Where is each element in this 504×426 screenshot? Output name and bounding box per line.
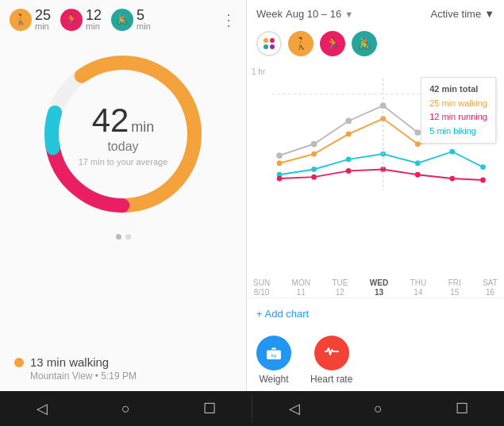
svg-point-17 — [311, 152, 317, 157]
back-button-right[interactable]: ◁ — [280, 394, 309, 423]
donut-today: today — [79, 140, 168, 154]
hr-label: 1 hr — [252, 67, 265, 76]
biking-badge[interactable]: 🚴 5 min — [111, 8, 151, 31]
running-minutes: 12 — [86, 8, 102, 22]
tooltip-walking: 25 min walking — [429, 97, 487, 111]
weight-card[interactable]: kg Weight — [256, 336, 291, 385]
tooltip-total: 42 min total — [429, 83, 487, 97]
walking-icon: 🚶 — [10, 9, 32, 31]
donut-unit: min — [131, 119, 154, 136]
svg-point-18 — [346, 132, 352, 137]
activity-title-text: 13 min walking — [30, 355, 109, 369]
page-dots — [0, 234, 246, 240]
left-header: 🚶 25 min 🏃 12 min 🚴 5 min — [0, 0, 246, 39]
more-icon[interactable]: ⋮ — [221, 10, 237, 29]
svg-point-27 — [415, 160, 421, 166]
walking-filter-icon[interactable]: 🚶 — [288, 31, 314, 56]
running-badge[interactable]: 🏃 12 min — [60, 8, 102, 31]
walking-badge-text: 25 min — [35, 8, 51, 31]
week-selector[interactable]: Week Aug 10 – 16 ▼ — [256, 8, 353, 20]
home-button-left[interactable]: ○ — [111, 394, 140, 423]
svg-point-35 — [449, 176, 455, 182]
chart-area: 1 hr — [247, 61, 504, 278]
activity-type-icons: 🚶 🏃 🚴 — [247, 28, 504, 61]
dot-1 — [116, 234, 121, 240]
chart-tooltip: 42 min total 25 min walking 12 min runni… — [421, 77, 496, 144]
activity-title: 13 min walking — [14, 355, 232, 369]
donut-avg: 17 min to your average — [79, 157, 168, 167]
x-label-wed: WED 13 — [370, 278, 388, 297]
svg-point-13 — [414, 129, 421, 136]
left-nav: ◁ ○ ☐ — [0, 394, 252, 423]
heart-rate-card[interactable]: Heart rate — [310, 336, 352, 385]
svg-point-7 — [270, 44, 275, 49]
biking-filter-icon[interactable]: 🚴 — [352, 31, 377, 56]
svg-point-29 — [480, 164, 486, 170]
svg-point-10 — [311, 141, 317, 148]
metric-cards: kg Weight Heart rate — [247, 329, 504, 391]
biking-minutes: 5 — [137, 8, 151, 22]
bottom-nav: ◁ ○ ☐ ◁ ○ ☐ — [0, 391, 504, 426]
week-chevron: ▼ — [344, 10, 353, 19]
week-label: Week — [256, 8, 283, 20]
running-badge-text: 12 min — [86, 8, 102, 31]
svg-point-5 — [270, 38, 275, 43]
biking-unit: min — [137, 22, 151, 31]
all-activities-icon[interactable] — [256, 31, 282, 56]
svg-point-36 — [480, 178, 486, 183]
add-chart-button[interactable]: + Add chart — [256, 305, 494, 323]
x-axis-labels: SUN 8/10 MON 11 TUE 12 WED 13 THU 14 FRI… — [247, 278, 504, 297]
activity-subtitle: Mountain View • 5:19 PM — [30, 370, 232, 382]
metric-selector[interactable]: Active time ▼ — [431, 8, 494, 20]
svg-point-31 — [311, 175, 317, 180]
tooltip-running: 12 min running — [429, 110, 487, 125]
dot-2 — [125, 234, 131, 240]
biking-icon: 🚴 — [111, 9, 133, 31]
svg-point-16 — [277, 160, 283, 166]
walking-badge[interactable]: 🚶 25 min — [10, 8, 51, 31]
home-button-right[interactable]: ○ — [364, 394, 392, 423]
svg-point-30 — [277, 176, 283, 182]
x-label-sat: SAT 16 — [483, 278, 498, 297]
activity-color-dot — [14, 358, 24, 367]
weight-label: Weight — [259, 374, 288, 385]
back-button-left[interactable]: ◁ — [28, 394, 56, 423]
x-label-fri: FRI 15 — [448, 278, 461, 297]
running-unit: min — [86, 22, 102, 31]
weight-icon: kg — [256, 336, 291, 370]
biking-badge-text: 5 min — [137, 8, 151, 31]
metric-label: Active time — [431, 8, 482, 20]
svg-point-4 — [264, 38, 268, 43]
add-chart-label: + Add chart — [256, 308, 309, 320]
donut-center: 42 min today 17 min to your average — [79, 102, 168, 167]
metric-chevron: ▼ — [484, 8, 494, 20]
walking-minutes: 25 — [35, 8, 51, 22]
recents-button-right[interactable]: ☐ — [448, 394, 476, 423]
right-nav: ◁ ○ ☐ — [252, 394, 504, 423]
svg-text:kg: kg — [271, 353, 276, 358]
svg-point-20 — [415, 141, 421, 147]
date-range: Aug 10 – 16 — [286, 8, 341, 20]
svg-point-6 — [264, 44, 268, 49]
donut-minutes: 42 — [92, 102, 129, 140]
svg-point-25 — [346, 156, 352, 162]
tooltip-biking: 5 min biking — [429, 125, 487, 139]
x-label-sun: SUN 8/10 — [253, 278, 270, 297]
left-panel: 🚶 25 min 🏃 12 min 🚴 5 min — [0, 0, 246, 391]
svg-point-32 — [346, 168, 352, 174]
svg-point-24 — [311, 167, 317, 172]
running-icon: 🏃 — [60, 9, 83, 31]
svg-point-34 — [415, 172, 421, 178]
add-chart-section: + Add chart — [247, 297, 504, 329]
x-label-tue: TUE 12 — [332, 278, 348, 297]
right-header: Week Aug 10 – 16 ▼ Active time ▼ — [247, 0, 504, 28]
svg-point-28 — [449, 149, 455, 155]
recents-button-left[interactable]: ☐ — [195, 394, 224, 423]
walking-unit: min — [35, 22, 51, 31]
heart-rate-icon — [314, 336, 349, 370]
running-filter-icon[interactable]: 🏃 — [320, 31, 345, 56]
heart-rate-label: Heart rate — [310, 374, 352, 385]
donut-chart: 42 min today 17 min to your average — [36, 47, 210, 221]
x-label-mon: MON 11 — [292, 278, 310, 297]
right-panel: Week Aug 10 – 16 ▼ Active time ▼ 🚶 🏃 🚴 1… — [246, 0, 504, 391]
